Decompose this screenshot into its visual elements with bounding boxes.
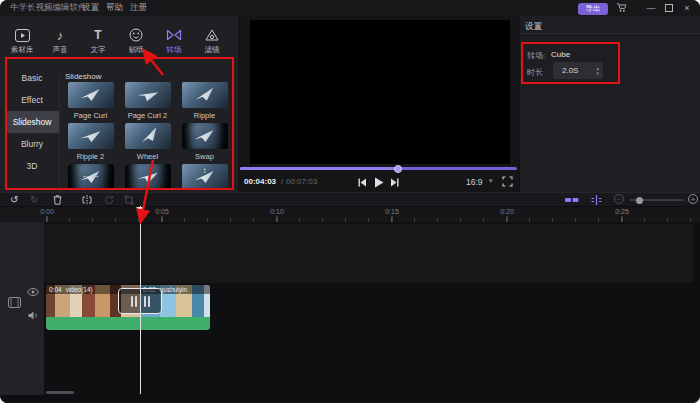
mute-speaker-icon[interactable]: [28, 311, 39, 320]
crop-icon[interactable]: [124, 194, 134, 206]
tab-label: 素材库: [3, 45, 41, 55]
chevron-down-icon: ▾: [489, 177, 493, 185]
horizontal-scrollbar[interactable]: [46, 391, 74, 394]
transition-thumbnail: ↕: [182, 164, 228, 190]
previous-frame-button[interactable]: [358, 175, 367, 189]
settings-panel: [519, 16, 700, 192]
transition-ripple-2[interactable]: Ripple 2: [62, 123, 119, 164]
stepper-arrows-icon[interactable]: ▴▾: [596, 62, 599, 79]
transition-bars-icon: [144, 296, 150, 307]
clip-name: video(14): [66, 286, 93, 293]
category-effect[interactable]: Effect: [5, 89, 59, 111]
visibility-eye-icon[interactable]: [27, 288, 39, 296]
minimize-button[interactable]: —: [644, 1, 658, 15]
filter-icon: [193, 26, 231, 44]
divider: [59, 73, 60, 206]
total-time: 00:07:03: [286, 177, 317, 186]
next-frame-button[interactable]: [390, 175, 399, 189]
transition-wheel[interactable]: Wheel: [119, 123, 176, 164]
transition-thumbnail: [68, 82, 114, 108]
clip-name: qushuiyin: [160, 286, 187, 293]
transition-thumbnail: [125, 164, 171, 190]
tab-transition[interactable]: 转场: [155, 26, 193, 66]
video-track-icon: [8, 297, 21, 308]
timeline-zoom-handle[interactable]: [636, 197, 643, 204]
snap-icon[interactable]: [591, 194, 602, 206]
seek-handle[interactable]: [394, 165, 402, 173]
tab-filter[interactable]: 滤镜: [193, 26, 231, 66]
category-slideshow[interactable]: Slideshow: [5, 111, 59, 133]
export-button[interactable]: 导出: [578, 3, 608, 15]
tab-label: 转场: [155, 45, 193, 55]
close-button[interactable]: ×: [680, 1, 694, 15]
maximize-button[interactable]: [662, 1, 676, 15]
aspect-ratio-selector[interactable]: 16:9: [466, 177, 483, 187]
ruler-label: 0:15: [385, 208, 399, 215]
transition-page-curl[interactable]: Page Curl: [62, 82, 119, 123]
tab-media-library[interactable]: 素材库: [3, 26, 41, 66]
category-3d[interactable]: 3D: [5, 155, 59, 177]
tab-text[interactable]: T 文字: [79, 26, 117, 66]
title-bar: 牛学长视频编辑软件 设置 帮助 注册 导出 — ×: [0, 0, 700, 16]
time-separator: /: [281, 177, 283, 186]
transition-thumbnail: [182, 82, 228, 108]
menu-help[interactable]: 帮助: [106, 2, 123, 14]
category-list: Basic Effect Slideshow Blurry 3D: [5, 67, 59, 177]
cart-icon[interactable]: [616, 2, 630, 16]
split-icon[interactable]: [82, 194, 92, 206]
menu-register[interactable]: 注册: [130, 2, 147, 14]
app-title: 牛学长视频编辑软件: [10, 2, 87, 14]
play-button[interactable]: [374, 175, 384, 189]
track-view-icon[interactable]: [565, 194, 579, 206]
transition-thumbnail: [182, 123, 228, 149]
transition-label: 转场:: [527, 50, 545, 61]
settings-header: 设置: [525, 21, 542, 33]
transition-thumbnail: [125, 82, 171, 108]
ruler-label: 0:25: [615, 208, 629, 215]
transition-swap[interactable]: Swap: [176, 123, 233, 164]
rotate-icon[interactable]: [104, 194, 114, 206]
seek-bar-fill: [240, 167, 398, 170]
sticker-icon: [117, 26, 155, 44]
redo-icon[interactable]: ↻: [30, 194, 38, 206]
text-icon: T: [79, 26, 117, 44]
ruler-label: 0:20: [500, 208, 514, 215]
tab-label: 文字: [79, 45, 117, 55]
menu-settings[interactable]: 设置: [82, 2, 99, 14]
tab-label: 滤镜: [193, 45, 231, 55]
fullscreen-icon[interactable]: [502, 176, 513, 187]
undo-icon[interactable]: ↺: [10, 194, 18, 206]
track-header-column: [0, 222, 44, 395]
delete-icon[interactable]: [53, 194, 62, 206]
ruler-label: 0:10: [270, 208, 284, 215]
clip-duration: 0:04: [49, 286, 62, 293]
clip-audio-bar[interactable]: [46, 317, 210, 330]
zoom-out-icon[interactable]: −: [614, 194, 624, 204]
ruler-label: 0:05: [155, 208, 169, 215]
divider: [519, 33, 700, 34]
clip-track: 0:04 video(14) 0:02 qushuiyin: [46, 285, 210, 330]
playhead[interactable]: [140, 206, 142, 394]
category-blurry[interactable]: Blurry: [5, 133, 59, 155]
transition-value: Cube: [551, 50, 570, 59]
transition-thumbnail: ← →: [68, 164, 114, 190]
tab-audio[interactable]: ♪ 声音: [41, 26, 79, 66]
preview-panel: [238, 16, 519, 192]
transition-page-curl-2[interactable]: Page Curl 2: [119, 82, 176, 123]
duration-value: 2.0S: [562, 66, 578, 75]
tab-label: 声音: [41, 45, 79, 55]
tab-sticker[interactable]: 贴纸: [117, 26, 155, 66]
transition-thumbnail: [68, 123, 114, 149]
transition-thumbnail: [125, 123, 171, 149]
app-window: 牛学长视频编辑软件 设置 帮助 注册 导出 — × 素材库 ♪ 声音 T 文字: [0, 0, 700, 403]
zoom-in-icon[interactable]: +: [688, 194, 698, 204]
duration-label: 时长: [527, 67, 543, 78]
current-time: 00:04:03: [244, 177, 276, 186]
audio-icon: ♪: [41, 26, 79, 44]
transition-ripple[interactable]: Ripple: [176, 82, 233, 123]
media-library-icon: [3, 26, 41, 44]
empty-track-lane[interactable]: [44, 224, 694, 283]
category-basic[interactable]: Basic: [5, 67, 59, 89]
duration-stepper[interactable]: 2.0S ▴▾: [553, 62, 603, 79]
section-title: Slideshow: [65, 72, 101, 81]
